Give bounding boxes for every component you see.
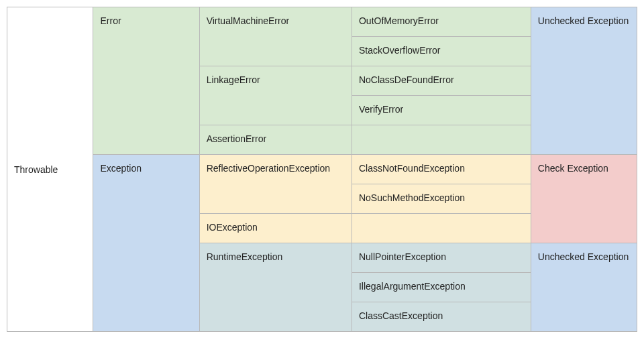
cell-l2-ioexception: IOException (199, 214, 352, 243)
l3-label: ClassNotFoundException (359, 163, 465, 174)
cell-root: Throwable (7, 7, 93, 332)
table-row: Throwable Error VirtualMachineError OutO… (7, 7, 637, 37)
l3-label: VerifyError (359, 104, 403, 115)
cell-l3-nosuchmethod: NoSuchMethodException (352, 184, 531, 214)
cell-l3-empty-1 (352, 125, 531, 155)
l2-label: RuntimeException (207, 251, 283, 262)
cell-l2-runtime: RuntimeException (199, 243, 352, 332)
l2-label: LinkageError (207, 74, 260, 85)
l2-label: IOException (207, 222, 258, 233)
l1-label: Exception (100, 163, 141, 174)
cell-note-check: Check Exception (531, 155, 637, 243)
l2-label: ReflectiveOperationException (207, 163, 330, 174)
throwable-hierarchy-table: Throwable Error VirtualMachineError OutO… (7, 7, 637, 332)
l3-label: StackOverflowError (359, 45, 440, 56)
cell-l3-verify: VerifyError (352, 96, 531, 125)
cell-l3-noclassdef: NoClassDeFoundError (352, 66, 531, 96)
l3-label: NoClassDeFoundError (359, 74, 454, 85)
cell-l2-reflective: ReflectiveOperationException (199, 155, 352, 214)
cell-note-unchecked-2: Unchecked Exception (531, 243, 637, 332)
cell-l3-nullpointer: NullPointerException (352, 243, 531, 273)
cell-l3-illegalarg: IllegalArgumentException (352, 273, 531, 302)
cell-l3-stackoverflow: StackOverflowError (352, 37, 531, 66)
cell-note-unchecked-1: Unchecked Exception (531, 7, 637, 155)
cell-l3-oom: OutOfMemoryError (352, 7, 531, 37)
note-label: Unchecked Exception (538, 15, 629, 26)
note-label: Unchecked Exception (538, 251, 629, 262)
cell-l2-linkage: LinkageError (199, 66, 352, 125)
l3-label: OutOfMemoryError (359, 15, 439, 26)
cell-l3-empty-2 (352, 214, 531, 243)
l3-label: NoSuchMethodException (359, 192, 465, 203)
l3-label: NullPointerException (359, 251, 446, 262)
l1-label: Error (100, 15, 121, 26)
cell-l2-vmerror: VirtualMachineError (199, 7, 352, 66)
cell-l1-error: Error (93, 7, 199, 155)
note-label: Check Exception (538, 163, 608, 174)
l3-label: IllegalArgumentException (359, 281, 466, 292)
cell-l1-exception: Exception (93, 155, 199, 332)
cell-l2-assertion: AssertionError (199, 125, 352, 155)
root-label: Throwable (14, 164, 58, 175)
table-row: Exception ReflectiveOperationException C… (7, 155, 637, 184)
l3-label: ClassCastException (359, 310, 443, 321)
l2-label: VirtualMachineError (207, 15, 289, 26)
cell-l3-classcast: ClassCastException (352, 302, 531, 332)
l2-label: AssertionError (207, 133, 266, 144)
cell-l3-classnotfound: ClassNotFoundException (352, 155, 531, 184)
